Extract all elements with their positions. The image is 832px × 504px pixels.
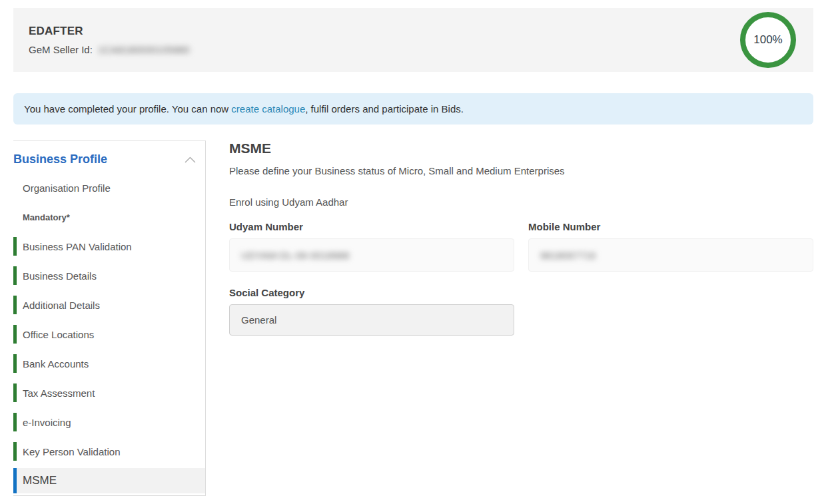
create-catalogue-link[interactable]: create catalogue — [231, 103, 305, 115]
page-title: MSME — [229, 140, 813, 156]
sidebar-item-e-invoicing[interactable]: e-Invoicing — [13, 407, 205, 437]
company-name: EDAFTER — [29, 25, 190, 38]
sidebar-item-tax-assessment[interactable]: Tax Assessment — [13, 378, 205, 407]
sidebar-item-msme[interactable]: MSME — [13, 468, 205, 493]
seller-id-value-redacted: 1CA8180000105880 — [98, 44, 190, 55]
page: EDAFTER GeM Seller Id: 1CA8180000105880 … — [0, 8, 832, 504]
seller-info: EDAFTER GeM Seller Id: 1CA8180000105880 — [29, 25, 190, 55]
sidebar-item-office-locations[interactable]: Office Locations — [13, 320, 205, 349]
profile-completion-ring: 100% — [740, 12, 796, 68]
sidebar-item-bank-accounts[interactable]: Bank Accounts — [13, 349, 205, 378]
mobile-number-input[interactable]: 9818067716 — [528, 238, 813, 272]
seller-id-label: GeM Seller Id: — [29, 44, 93, 55]
banner-text-after: , fulfil orders and participate in Bids. — [305, 103, 464, 115]
status-bar — [13, 178, 17, 197]
banner-text-before: You have completed your profile. You can… — [24, 103, 231, 115]
seller-header-card: EDAFTER GeM Seller Id: 1CA8180000105880 … — [13, 8, 813, 72]
mobile-number-label: Mobile Number — [528, 221, 813, 232]
social-category-field-group: Social Category General — [229, 287, 514, 336]
sidebar-item-key-person-validation[interactable]: Key Person Validation — [13, 437, 205, 466]
active-status-bar — [13, 468, 17, 493]
social-category-value: General — [241, 314, 276, 326]
seller-id-row: GeM Seller Id: 1CA8180000105880 — [29, 44, 190, 55]
sidebar-item-organisation-profile[interactable]: Organisation Profile — [13, 173, 205, 202]
business-profile-sidebar: Business Profile Organisation Profile Ma… — [13, 140, 206, 496]
status-bar — [13, 208, 17, 226]
sidebar-item-mandatory[interactable]: Mandatory* — [13, 202, 205, 232]
udyam-number-label: Udyam Number — [229, 221, 514, 232]
mobile-number-value-redacted: 9818067716 — [540, 250, 596, 261]
sidebar-divider — [13, 495, 205, 496]
sidebar-item-business-details[interactable]: Business Details — [13, 261, 205, 290]
completed-status-bar — [13, 296, 17, 314]
sidebar-item-additional-details[interactable]: Additional Details — [13, 290, 205, 320]
udyam-number-field-group: Udyam Number UDYAM-DL-06-0018988 — [229, 221, 514, 272]
page-subtitle: Please define your Business status of Mi… — [229, 165, 813, 176]
completed-status-bar — [13, 266, 17, 285]
sidebar-item-business-pan-validation[interactable]: Business PAN Validation — [13, 232, 205, 261]
udyam-number-value-redacted: UDYAM-DL-06-0018988 — [241, 250, 349, 261]
mobile-number-field-group: Mobile Number 9818067716 — [528, 221, 813, 272]
sidebar-section-title: Business Profile — [13, 152, 107, 166]
sidebar-section-business-profile[interactable]: Business Profile — [13, 149, 205, 173]
udyam-number-input[interactable]: UDYAM-DL-06-0018988 — [229, 238, 514, 272]
profile-complete-banner: You have completed your profile. You can… — [13, 93, 813, 125]
completed-status-bar — [13, 383, 17, 402]
chevron-up-icon — [185, 156, 196, 163]
completed-status-bar — [13, 354, 17, 373]
completed-status-bar — [13, 325, 17, 344]
profile-completion-value: 100% — [753, 33, 782, 47]
completed-status-bar — [13, 442, 17, 461]
msme-section: MSME Please define your Business status … — [229, 140, 832, 351]
social-category-select[interactable]: General — [229, 304, 514, 336]
social-category-label: Social Category — [229, 287, 514, 298]
completed-status-bar — [13, 413, 17, 431]
completed-status-bar — [13, 237, 17, 256]
enrol-instruction: Enrol using Udyam Aadhar — [229, 196, 813, 208]
